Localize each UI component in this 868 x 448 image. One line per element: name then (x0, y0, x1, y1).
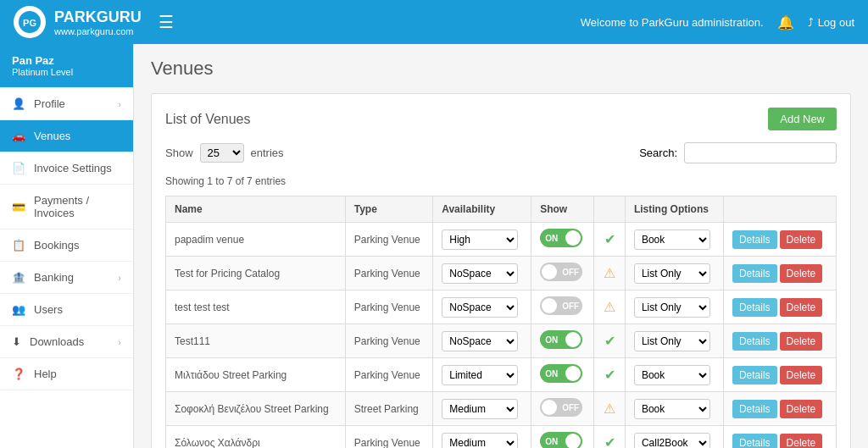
cell-listing[interactable]: BookList OnlyCall2Book (625, 392, 723, 426)
availability-select[interactable]: HighMediumLimitedNoSpace (442, 263, 518, 284)
sidebar-item-banking[interactable]: 🏦 Banking › (0, 262, 133, 294)
cell-show[interactable]: ON (531, 426, 594, 449)
listing-select[interactable]: BookList OnlyCall2Book (634, 331, 710, 351)
sidebar-user-name: Pan Paz (12, 54, 121, 67)
show-toggle[interactable]: ON (540, 432, 582, 448)
sidebar-item-label: Profile (34, 97, 65, 110)
warning-icon: ⚠ (604, 266, 615, 280)
sidebar-item-label: Banking (34, 271, 74, 284)
sidebar-item-users[interactable]: 👥 Users (0, 294, 133, 326)
toggle-knob (565, 332, 581, 347)
cell-status: ✔ (594, 426, 626, 449)
sidebar-item-venues[interactable]: 🚗 Venues (0, 120, 133, 152)
cell-listing[interactable]: BookList OnlyCall2Book (625, 324, 723, 358)
cell-show[interactable]: ON (531, 223, 594, 257)
show-entries: Show 25 10 50 100 entries (165, 143, 284, 163)
layout: Pan Paz Platinum Level 👤 Profile › 🚗 Ven… (0, 44, 868, 448)
listing-select[interactable]: BookList OnlyCall2Book (634, 365, 710, 385)
delete-button[interactable]: Delete (780, 434, 823, 449)
toggle-knob (565, 366, 581, 381)
table-row: Test for Pricing CatalogParking VenueHig… (166, 257, 837, 290)
show-toggle[interactable]: ON (540, 229, 582, 247)
cell-show[interactable]: OFF (531, 392, 594, 426)
chevron-icon: › (118, 99, 121, 109)
delete-button[interactable]: Delete (780, 332, 823, 351)
availability-select[interactable]: HighMediumLimitedNoSpace (442, 331, 518, 351)
logo-text: PARKGURU www.parkguru.com (54, 8, 142, 36)
cell-show[interactable]: OFF (531, 257, 594, 290)
delete-button[interactable]: Delete (780, 366, 823, 384)
cell-status: ⚠ (594, 392, 626, 426)
payments-icon: 💳 (12, 201, 25, 213)
details-button[interactable]: Details (732, 264, 777, 283)
table-row: Test111Parking VenueHighMediumLimitedNoS… (166, 324, 837, 358)
sidebar-item-label: Venues (34, 130, 70, 142)
cell-show[interactable]: OFF (531, 290, 594, 324)
listing-select[interactable]: BookList OnlyCall2Book (634, 263, 710, 284)
show-toggle[interactable]: ON (540, 364, 582, 383)
show-toggle[interactable]: OFF (540, 398, 582, 417)
col-show: Show (531, 196, 594, 223)
delete-button[interactable]: Delete (780, 264, 823, 283)
details-button[interactable]: Details (732, 366, 777, 384)
delete-button[interactable]: Delete (780, 400, 823, 418)
logout-label: Log out (818, 16, 854, 29)
listing-select[interactable]: BookList OnlyCall2Book (634, 433, 710, 449)
hamburger-button[interactable]: ☰ (159, 12, 174, 32)
listing-select[interactable]: BookList OnlyCall2Book (634, 399, 710, 419)
check-icon: ✔ (604, 435, 615, 448)
sidebar-item-profile[interactable]: 👤 Profile › (0, 88, 133, 120)
notification-bell-button[interactable]: 🔔 (777, 14, 794, 30)
sidebar-item-downloads[interactable]: ⬇ Downloads › (0, 326, 133, 358)
venues-card: List of Venues Add New Show 25 10 50 100… (151, 93, 851, 448)
add-new-button[interactable]: Add New (768, 108, 837, 130)
availability-select[interactable]: HighMediumLimitedNoSpace (442, 230, 518, 250)
details-button[interactable]: Details (732, 298, 777, 317)
sidebar-item-bookings[interactable]: 📋 Bookings (0, 230, 133, 262)
cell-availability[interactable]: HighMediumLimitedNoSpace (433, 223, 531, 257)
cell-name: Σοφοκλή Βενιζέλου Street Parking (166, 392, 346, 426)
cell-availability[interactable]: HighMediumLimitedNoSpace (433, 392, 531, 426)
availability-select[interactable]: HighMediumLimitedNoSpace (442, 399, 518, 419)
sidebar-item-invoice-settings[interactable]: 📄 Invoice Settings (0, 152, 133, 185)
page-title: Venues (151, 58, 851, 80)
cell-type: Parking Venue (345, 257, 433, 290)
cell-listing[interactable]: BookList OnlyCall2Book (625, 257, 723, 290)
search-bar: Search: (639, 142, 837, 163)
col-status (594, 196, 626, 223)
delete-button[interactable]: Delete (780, 298, 823, 317)
cell-listing[interactable]: BookList OnlyCall2Book (625, 358, 723, 392)
show-toggle[interactable]: OFF (540, 263, 582, 281)
search-input[interactable] (684, 142, 837, 163)
show-toggle[interactable]: OFF (540, 296, 582, 315)
cell-listing[interactable]: BookList OnlyCall2Book (625, 290, 723, 324)
listing-select[interactable]: BookList OnlyCall2Book (634, 230, 710, 250)
details-button[interactable]: Details (732, 434, 777, 449)
delete-button[interactable]: Delete (780, 230, 823, 249)
listing-select[interactable]: BookList OnlyCall2Book (634, 297, 710, 318)
cell-availability[interactable]: HighMediumLimitedNoSpace (433, 358, 531, 392)
warning-icon: ⚠ (604, 300, 615, 314)
cell-listing[interactable]: BookList OnlyCall2Book (625, 426, 723, 449)
cell-show[interactable]: ON (531, 358, 594, 392)
cell-availability[interactable]: HighMediumLimitedNoSpace (433, 324, 531, 358)
sidebar-item-label: Bookings (34, 239, 79, 252)
sidebar-item-help[interactable]: ❓ Help (0, 358, 133, 390)
sidebar-item-payments-invoices[interactable]: 💳 Payments / Invoices (0, 185, 133, 230)
availability-select[interactable]: HighMediumLimitedNoSpace (442, 297, 518, 318)
details-button[interactable]: Details (732, 332, 777, 351)
availability-select[interactable]: HighMediumLimitedNoSpace (442, 433, 518, 449)
entries-select[interactable]: 25 10 50 100 (200, 143, 244, 163)
details-button[interactable]: Details (732, 400, 777, 418)
show-toggle[interactable]: ON (540, 330, 582, 349)
brand-name: PARKGURU (54, 8, 142, 26)
cell-listing[interactable]: BookList OnlyCall2Book (625, 223, 723, 257)
cell-status: ✔ (594, 223, 626, 257)
cell-availability[interactable]: HighMediumLimitedNoSpace (433, 426, 531, 449)
cell-availability[interactable]: HighMediumLimitedNoSpace (433, 257, 531, 290)
cell-availability[interactable]: HighMediumLimitedNoSpace (433, 290, 531, 324)
details-button[interactable]: Details (732, 230, 777, 249)
cell-show[interactable]: ON (531, 324, 594, 358)
logout-button[interactable]: ⤴ Log out (808, 16, 854, 29)
availability-select[interactable]: HighMediumLimitedNoSpace (442, 365, 518, 385)
